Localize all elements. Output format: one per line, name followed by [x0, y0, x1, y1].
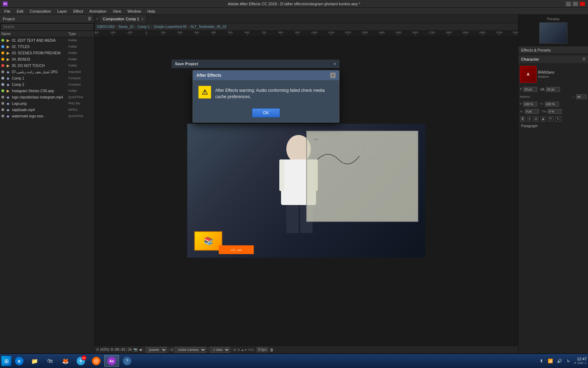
- store-icon: 🛍: [46, 357, 54, 365]
- taskbar-firefox[interactable]: 🦊: [58, 355, 73, 367]
- start-button[interactable]: ⊞: [1, 356, 11, 366]
- dialog-body: ⚠ After Effects warning: Audio conformin…: [193, 80, 339, 105]
- ie-icon: e: [15, 357, 23, 365]
- explorer-icon: 📁: [30, 357, 39, 365]
- tray-arrows-icon[interactable]: ⬆: [538, 357, 545, 364]
- tray-volume-icon[interactable]: 🔊: [556, 357, 563, 364]
- aftereffects-icon: Ae: [107, 357, 116, 365]
- tray-network-icon[interactable]: 📶: [547, 357, 554, 364]
- dialog-footer: OK: [193, 105, 339, 122]
- taskbar-telegram[interactable]: ✈ 66: [74, 355, 88, 367]
- save-project-title: Save Project: [175, 62, 198, 66]
- taskbar-aftereffects[interactable]: Ae: [104, 355, 119, 367]
- save-project-close-icon[interactable]: ×: [334, 62, 336, 66]
- save-project-bar: Save Project ×: [172, 60, 340, 68]
- taskbar-system-tray: ⬆ 📶 🔊 عا 12:47 ۲۰/۱۷/۰۱: [538, 356, 587, 366]
- clock-date: ۲۰/۱۷/۰۱: [574, 361, 587, 366]
- system-clock: 12:47 ۲۰/۱۷/۰۱: [574, 356, 587, 366]
- taskbar: ⊞ e 📁 🛍 🦊 ✈ 66 @ Ae ? ⬆ 📶 🔊 عا 12:47 ۲۰/…: [0, 354, 588, 368]
- dialog-message-text: After Effects warning: Audio conforming …: [215, 86, 334, 100]
- dialog-overlay: Save Project × After Effects × ⚠ After E…: [0, 0, 588, 368]
- firefox-icon: 🦊: [61, 357, 70, 365]
- dialog-close-button[interactable]: ×: [330, 73, 336, 78]
- dialog-ok-button[interactable]: OK: [252, 108, 280, 117]
- taskbar-unknown[interactable]: ?: [120, 355, 134, 367]
- dialog-title: After Effects: [196, 73, 221, 78]
- email-icon: @: [92, 357, 100, 365]
- dialog-title-bar: After Effects ×: [193, 70, 339, 80]
- after-effects-dialog: After Effects × ⚠ After Effects warning:…: [192, 70, 340, 123]
- taskbar-ie[interactable]: e: [12, 355, 27, 367]
- clock-time: 12:47: [574, 356, 587, 361]
- tray-ime-icon[interactable]: عا: [565, 357, 572, 364]
- taskbar-store[interactable]: 🛍: [43, 355, 57, 367]
- telegram-badge: 66: [82, 355, 86, 360]
- unknown-app-icon: ?: [123, 357, 131, 365]
- dialog-warning-icon: ⚠: [198, 86, 211, 98]
- taskbar-email[interactable]: @: [89, 355, 104, 367]
- taskbar-explorer[interactable]: 📁: [27, 355, 42, 367]
- telegram-icon-wrapper: ✈ 66: [77, 357, 85, 365]
